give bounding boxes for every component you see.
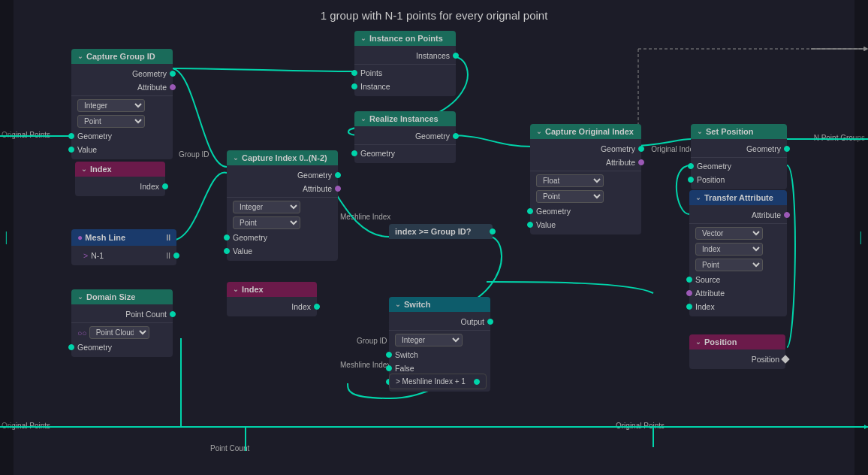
output-switch-row: Output (389, 315, 490, 328)
field-vector-row: Vector (689, 225, 787, 241)
select-point-coi[interactable]: Point (536, 190, 604, 203)
node-capture-original-index-body: Geometry Attribute Original Index Float … (530, 139, 641, 234)
socket-attribute-ta-out[interactable] (784, 212, 790, 218)
output-point-count-row: Point Count (71, 307, 173, 321)
socket-index-out[interactable] (162, 183, 168, 189)
output-index-bottom-row: Index (227, 300, 317, 313)
socket-value-in[interactable] (68, 147, 74, 153)
socket-meshline-plus-out[interactable] (474, 379, 480, 385)
node-position-header[interactable]: ⌄ Position (689, 334, 785, 349)
socket-geometry-realize-out[interactable] (453, 133, 459, 139)
socket-position-out[interactable] (781, 355, 789, 363)
socket-attribute-out[interactable] (170, 84, 176, 90)
node-capture-index-body: Geometry Attribute Integer Point Geometr… (227, 165, 338, 261)
node-set-position-header[interactable]: ⌄ Set Position (691, 124, 787, 139)
socket-geometry-in[interactable] (68, 133, 74, 139)
output-geometry-ci-row: Geometry (227, 168, 338, 182)
select-index-ta[interactable]: Index (695, 243, 763, 256)
select-point-ta[interactable]: Point (695, 259, 763, 271)
node-domain-size-header[interactable]: ⌄ Domain Size (71, 289, 173, 304)
select-point-cloud[interactable]: Point Cloud (89, 326, 149, 339)
socket-pointcount-out[interactable] (170, 311, 176, 317)
node-index-compare-header[interactable]: index >= Group ID? (389, 224, 493, 239)
socket-false-in[interactable] (386, 365, 392, 371)
input-geometry-realize-row: Geometry (354, 147, 456, 160)
socket-geometry-sp-out[interactable] (784, 146, 790, 152)
select-vector[interactable]: Vector (695, 227, 763, 240)
socket-geometry-coi-in[interactable] (527, 208, 533, 214)
node-index-top-body: Index (75, 177, 165, 196)
input-attribute-ta-row: Attribute (689, 286, 787, 300)
socket-geometry-ci-in[interactable] (224, 234, 230, 241)
node-transfer-attribute: ⌄ Transfer Attribute Attribute Vector In… (689, 190, 787, 316)
node-editor-canvas[interactable]: 1 group with N-1 points for every origna… (0, 0, 868, 475)
input-geometry-coi-row: Geometry (530, 204, 641, 218)
socket-meshline-out[interactable] (173, 253, 179, 259)
select-float[interactable]: Float (536, 174, 604, 187)
node-set-position-body: Geometry Geometry Position (691, 139, 787, 189)
node-set-position: ⌄ Set Position Geometry Geometry Positio… (691, 124, 787, 189)
socket-geometry-domain-in[interactable] (68, 344, 74, 350)
socket-geometry-out[interactable] (170, 71, 176, 77)
input-source-row: Source (689, 273, 787, 286)
node-mesh-line: ● Mesh Line II > N-1 II (71, 229, 176, 265)
socket-geometry-ci-out[interactable] (335, 172, 341, 178)
output-geometry-realize-row: Geometry (354, 129, 456, 143)
select-integer[interactable]: Integer (77, 99, 145, 112)
socket-index-bottom-out[interactable] (314, 304, 320, 310)
label-original-points-bottom-right: Original Points (616, 422, 665, 430)
select-integer-ci[interactable]: Integer (233, 201, 300, 213)
node-capture-group-id-header[interactable]: ⌄ Capture Group ID (71, 49, 173, 64)
node-domain-size: ⌄ Domain Size Point Count ○○ Point Cloud… (71, 289, 173, 357)
socket-attribute-coi-out[interactable] (638, 159, 644, 165)
select-point-ci[interactable]: Point (233, 216, 300, 229)
socket-compare-out[interactable] (490, 228, 496, 234)
select-point[interactable]: Point (77, 115, 145, 128)
left-scroll-area[interactable]: │ (0, 0, 14, 475)
socket-attribute-ta-in[interactable] (686, 290, 692, 296)
node-index-bottom-header[interactable]: ⌄ Index (227, 282, 317, 297)
output-geometry-coi-row: Geometry (530, 142, 641, 156)
node-meshline-header[interactable]: > Meshline Index + 1 (390, 374, 486, 389)
socket-geometry-coi-out[interactable] (638, 146, 644, 152)
socket-value-ci-in[interactable] (224, 248, 230, 254)
output-index-row: Index (75, 180, 165, 193)
node-instance-on-points-body: Instances Points Instance (354, 46, 456, 96)
node-index-bottom-body: Index (227, 297, 317, 316)
right-scroll-area[interactable]: │ (854, 0, 868, 475)
label-meshline-index-1: Meshline Index (340, 213, 390, 221)
input-value-row: Value (71, 143, 173, 156)
socket-instances-out[interactable] (453, 53, 459, 59)
socket-switch-out[interactable] (487, 319, 493, 325)
input-instance-row: Instance (354, 80, 456, 93)
scroll-left-indicator: │ (4, 231, 11, 244)
node-index-top-header[interactable]: ⌄ Index (75, 162, 165, 177)
socket-attribute-ci-out[interactable] (335, 186, 341, 192)
node-index-bottom: ⌄ Index Index (227, 282, 317, 316)
select-integer-switch[interactable]: Integer (395, 334, 463, 346)
input-position-sp-row: Position (691, 173, 787, 186)
dot-icon: ● (77, 232, 83, 243)
socket-instance-in[interactable] (351, 83, 357, 89)
socket-geometry-sp-in[interactable] (688, 163, 694, 169)
socket-value-coi-in[interactable] (527, 222, 533, 228)
node-transfer-attribute-body: Attribute Vector Index Point Source Attr… (689, 205, 787, 316)
input-value-ci-row: Value (227, 244, 338, 258)
node-instance-on-points-header[interactable]: ⌄ Instance on Points (354, 31, 456, 46)
socket-source-in[interactable] (686, 277, 692, 283)
socket-points-in[interactable] (351, 70, 357, 76)
node-index-compare: index >= Group ID? (389, 224, 493, 239)
socket-switch-in[interactable] (386, 352, 392, 358)
socket-position-sp-in[interactable] (688, 177, 694, 183)
node-capture-original-index-header[interactable]: ⌄ Capture Original Index (530, 124, 641, 139)
socket-index-ta-in[interactable] (686, 304, 692, 310)
node-capture-index-header[interactable]: ⌄ Capture Index 0..(N-2) (227, 150, 338, 165)
socket-geometry-realize-in[interactable] (351, 150, 357, 156)
node-switch-header[interactable]: ⌄ Switch (389, 297, 490, 312)
node-transfer-attribute-header[interactable]: ⌄ Transfer Attribute (689, 190, 787, 205)
node-capture-index: ⌄ Capture Index 0..(N-2) Geometry Attrib… (227, 150, 338, 261)
node-mesh-line-header[interactable]: ● Mesh Line II (71, 229, 176, 246)
node-domain-size-body: Point Count ○○ Point Cloud Geometry (71, 304, 173, 357)
node-realize-instances-header[interactable]: ⌄ Realize Instances (354, 111, 456, 126)
field-point-coi-row: Point (530, 189, 641, 204)
